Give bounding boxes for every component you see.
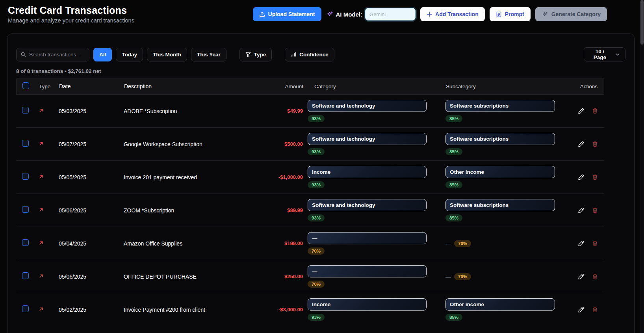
subcategory-dash: —	[445, 240, 451, 247]
ai-model-input[interactable]	[365, 8, 416, 20]
category-value: —	[312, 235, 317, 241]
expense-arrow-icon	[39, 174, 44, 179]
pencil-icon	[578, 273, 584, 280]
category-confidence-badge: 70%	[308, 247, 325, 255]
edit-button[interactable]	[578, 273, 584, 280]
expense-arrow-icon	[39, 307, 44, 312]
subcategory-select[interactable]: Software subscriptions	[445, 100, 555, 112]
category-value: —	[312, 268, 317, 274]
pencil-icon	[578, 108, 584, 114]
edit-button[interactable]	[578, 108, 584, 114]
transaction-description: Invoice 201 payment received	[121, 174, 274, 180]
transaction-date: 05/06/2025	[56, 207, 121, 214]
funnel-icon	[245, 52, 251, 57]
page-size-select[interactable]: 10 / Page	[584, 47, 625, 61]
row-checkbox[interactable]	[22, 305, 29, 312]
table-row: 05/06/2025 OFFICE DEPOT PURCHASE $250.00…	[16, 260, 604, 293]
category-confidence-badge: 93%	[308, 214, 325, 221]
row-checkbox[interactable]	[22, 107, 29, 113]
page-scrollbar[interactable]	[640, 0, 644, 333]
upload-statement-button[interactable]: Upload Statement	[253, 7, 321, 21]
category-select[interactable]: Software and technology	[308, 133, 427, 145]
subcategory-confidence-badge: 70%	[454, 273, 471, 280]
category-value: Software and technology	[312, 136, 375, 142]
pencil-icon	[578, 307, 584, 313]
subcategory-confidence-badge: 85%	[445, 115, 462, 122]
select-all-checkbox[interactable]	[22, 82, 29, 89]
filter-all[interactable]: All	[93, 48, 112, 61]
filter-today[interactable]: Today	[116, 48, 143, 61]
scrollbar-thumb[interactable]	[640, 0, 644, 45]
generate-category-button[interactable]: Generate Category	[535, 7, 607, 21]
subcategory-confidence-badge: 85%	[445, 314, 462, 321]
search-icon	[20, 52, 26, 57]
delete-button[interactable]	[592, 307, 598, 313]
delete-button[interactable]	[592, 141, 598, 147]
page-header: Credit Card Transactions Manage and anal…	[0, 0, 644, 24]
category-confidence-badge: 93%	[308, 148, 325, 155]
delete-button[interactable]	[592, 108, 598, 114]
subcategory-select[interactable]: Other income	[445, 166, 555, 178]
expense-arrow-icon	[39, 273, 44, 279]
subcategory-select[interactable]: Other income	[445, 298, 555, 311]
subcategory-select[interactable]: Software subscriptions	[445, 199, 555, 211]
edit-button[interactable]	[578, 174, 584, 180]
column-header-subcategory: Subcategory	[444, 84, 578, 89]
row-checkbox[interactable]	[22, 173, 29, 180]
subcategory-dash: —	[445, 273, 451, 280]
header-titles: Credit Card Transactions Manage and anal…	[8, 5, 134, 24]
page-subtitle: Manage and analyze your credit card tran…	[8, 17, 134, 24]
subcategory-select[interactable]: Software subscriptions	[445, 133, 555, 145]
filter-this-month[interactable]: This Month	[147, 48, 187, 61]
subcategory-value: Software subscriptions	[450, 103, 509, 109]
category-select[interactable]: Income	[308, 298, 427, 311]
category-value: Income	[312, 169, 330, 175]
search-box	[16, 48, 89, 61]
delete-button[interactable]	[592, 207, 598, 214]
delete-button[interactable]	[592, 174, 598, 180]
trash-icon	[592, 273, 598, 279]
category-select[interactable]: —	[308, 265, 427, 277]
table-row: 05/06/2025 ZOOM *Subscription $89.99 Sof…	[16, 193, 604, 227]
delete-button[interactable]	[592, 273, 598, 280]
trash-icon	[592, 207, 598, 213]
table-header: Type Date Description Amount Category Su…	[16, 78, 604, 94]
category-select[interactable]: Income	[308, 166, 427, 178]
category-select[interactable]: Software and technology	[308, 100, 427, 112]
transaction-amount: $500.00	[274, 141, 308, 147]
edit-button[interactable]	[578, 307, 584, 313]
edit-button[interactable]	[578, 207, 584, 214]
row-checkbox[interactable]	[22, 206, 29, 213]
subcategory-value: Other income	[450, 301, 484, 307]
table-row: 05/02/2025 Invoice Payment #200 from cli…	[16, 293, 604, 326]
category-confidence-badge: 70%	[308, 281, 325, 288]
filter-confidence[interactable]: Confidence	[285, 48, 334, 61]
category-select[interactable]: —	[308, 232, 427, 244]
row-checkbox[interactable]	[22, 140, 29, 147]
expense-arrow-icon	[39, 207, 44, 212]
table-row: 05/07/2025 Google Workspace Subscription…	[16, 127, 604, 160]
row-checkbox[interactable]	[22, 272, 29, 279]
transaction-amount: $199.00	[274, 240, 308, 246]
pencil-icon	[578, 141, 584, 147]
prompt-button[interactable]: Prompt	[490, 7, 531, 21]
search-input[interactable]	[29, 52, 85, 58]
edit-button[interactable]	[578, 141, 584, 147]
expense-arrow-icon	[39, 108, 44, 113]
category-confidence-badge: 93%	[308, 314, 325, 321]
transaction-description: ADOBE *Subscription	[121, 108, 274, 114]
filter-type[interactable]: Type	[239, 48, 272, 61]
generate-category-label: Generate Category	[551, 11, 601, 17]
add-transaction-button[interactable]: Add Transaction	[420, 7, 485, 21]
add-transaction-label: Add Transaction	[435, 11, 479, 17]
category-select[interactable]: Software and technology	[308, 199, 427, 211]
subcategory-value: Software subscriptions	[450, 136, 509, 142]
trash-icon	[592, 307, 598, 313]
document-icon	[496, 11, 502, 17]
delete-button[interactable]	[592, 240, 598, 247]
transaction-description: Invoice Payment #200 from client	[121, 307, 274, 313]
expense-arrow-icon	[39, 240, 44, 246]
filter-this-year[interactable]: This Year	[191, 48, 226, 61]
edit-button[interactable]	[578, 240, 584, 247]
row-checkbox[interactable]	[22, 239, 29, 246]
